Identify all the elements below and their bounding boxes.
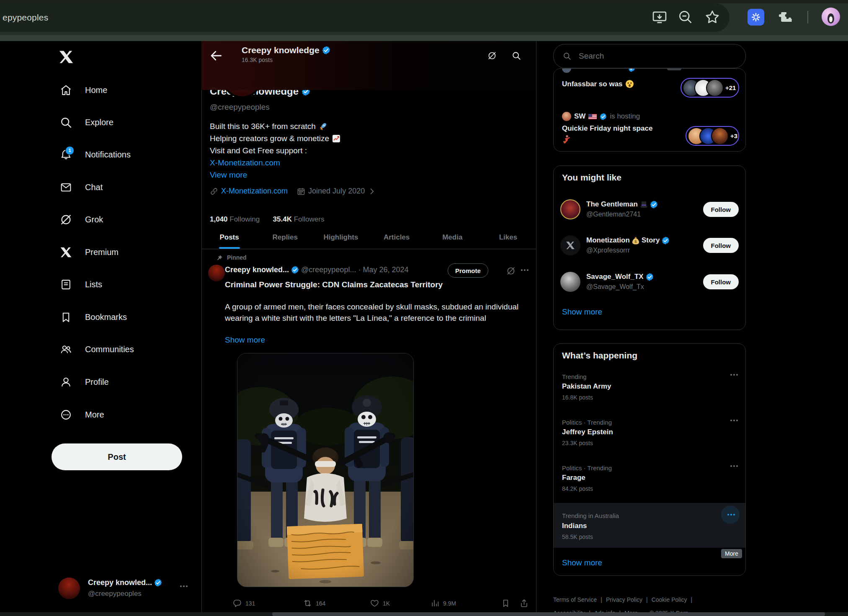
search-bar[interactable] [553, 44, 746, 68]
sidebar-item-bookmarks[interactable]: Bookmarks [50, 306, 127, 328]
address-bar[interactable]: epypeoples [0, 3, 729, 32]
followers-label[interactable]: Followers [294, 215, 325, 223]
bio-line: Helping creators grow & monetize [210, 132, 329, 144]
money-bag-emoji-icon: $ [632, 237, 639, 245]
post-author-handle[interactable]: @creepypeopl... [301, 265, 356, 274]
sidebar-item-grok[interactable]: Grok [50, 208, 103, 231]
space-title[interactable]: Quickie Friday night space [562, 124, 652, 133]
trend-menu-icon[interactable] [729, 465, 738, 467]
sidebar-item-notifications[interactable]: 1 Notifications [50, 143, 131, 166]
space-listeners-pill[interactable]: +3 [686, 126, 739, 146]
repost-button[interactable]: 164 [303, 599, 325, 608]
follow-button[interactable]: Follow [703, 274, 739, 289]
followers-count[interactable]: 35.4K [273, 215, 292, 223]
sidebar-item-premium[interactable]: Premium [50, 241, 119, 263]
post-more-menu-icon[interactable] [520, 269, 528, 271]
post-media-image[interactable] [237, 353, 414, 587]
trend-menu-icon[interactable] [729, 420, 738, 421]
back-button[interactable] [209, 48, 224, 63]
reply-icon [233, 599, 242, 608]
browser-profile-avatar[interactable] [822, 8, 840, 26]
sidebar-item-label: Explore [85, 118, 113, 127]
tab-highlights[interactable]: Highlights [313, 226, 369, 249]
tab-media[interactable]: Media [425, 226, 480, 249]
footer-link-cookies[interactable]: Cookie Policy [652, 596, 687, 603]
trend-menu-icon[interactable] [729, 374, 738, 376]
account-menu-icon[interactable] [179, 585, 188, 587]
sidebar-item-explore[interactable]: Explore [50, 111, 113, 134]
bio-line: Visit and Get Free support : [210, 144, 307, 157]
trend-row[interactable]: Politics · Trending Farage 84.2K posts [554, 464, 745, 502]
sidebar-item-label: Home [85, 85, 107, 95]
views-button[interactable]: 9.9M [430, 599, 456, 608]
post-author-name[interactable]: Creepy knowled... [225, 265, 289, 274]
like-button[interactable]: 1K [370, 599, 390, 608]
suggested-user-row[interactable]: Monetization $ Story @Xprofessorrr Follo… [554, 229, 745, 261]
avatar [560, 235, 580, 255]
bookmark-post-button[interactable] [501, 599, 510, 608]
x-logo[interactable] [59, 49, 74, 64]
penguin-avatar-image [827, 13, 834, 23]
suggested-user-row[interactable]: The Gentleman @Gentleman2741 Follow [554, 193, 745, 225]
sidebar-item-lists[interactable]: Lists [50, 273, 102, 296]
follow-button[interactable]: Follow [703, 202, 739, 217]
extension-starburst-icon[interactable] [747, 9, 764, 26]
verified-badge-icon [291, 266, 299, 274]
footer-link-privacy[interactable]: Privacy Policy [606, 596, 642, 603]
sidebar-item-home[interactable]: Home [50, 79, 107, 101]
trend-category: Politics · Trending [562, 464, 612, 472]
sidebar-item-communities[interactable]: Communities [50, 338, 134, 361]
space-title[interactable]: Unfassbar so was [562, 80, 634, 88]
follow-button[interactable]: Follow [703, 238, 739, 253]
header-search-icon[interactable] [509, 48, 524, 63]
toolbar-separator [807, 11, 808, 23]
trend-name: Jeffrey Epstein [562, 428, 613, 436]
post-grok-icon[interactable] [506, 266, 516, 276]
trend-row[interactable]: Politics · Trending Jeffrey Epstein 23.3… [554, 419, 745, 456]
footer-link-terms[interactable]: Terms of Service [553, 596, 597, 603]
sidebar-item-more[interactable]: More [50, 403, 104, 426]
trend-row-hovered[interactable]: Trending in Australia Indians 58.5K post… [554, 503, 745, 548]
following-count[interactable]: 1,040 [210, 215, 228, 223]
bookmark-icon [60, 311, 72, 323]
post-show-more-link[interactable]: Show more [225, 335, 265, 345]
promote-button[interactable]: Promote [448, 263, 488, 278]
space-listeners-pill[interactable]: +21 [680, 78, 739, 98]
send-to-device-icon[interactable] [652, 9, 668, 25]
search-input[interactable] [578, 51, 737, 61]
scrollbar-thumb[interactable] [272, 612, 825, 616]
post-author-avatar[interactable] [208, 265, 225, 281]
account-switcher[interactable]: Creepy knowled... @creepypeoples [49, 573, 195, 604]
suggested-user-row[interactable]: Savage_Wolf_TX @Savage_Wolf_Tx Follow [554, 266, 745, 298]
view-more-link[interactable]: View more [210, 170, 247, 180]
show-more-link[interactable]: Show more [562, 307, 602, 317]
tab-replies[interactable]: Replies [257, 226, 313, 249]
zoom-out-icon[interactable] [678, 9, 693, 25]
bookmark-star-icon[interactable] [704, 9, 720, 25]
space-host-row[interactable]: SW is hosting [562, 112, 640, 121]
bio-link[interactable]: X-Monetization.com [210, 157, 280, 169]
extensions-puzzle-icon[interactable] [777, 9, 793, 25]
sidebar-item-profile[interactable]: Profile [50, 371, 109, 393]
share-post-button[interactable] [520, 599, 528, 608]
post-date[interactable]: May 26, 2024 [363, 265, 408, 274]
following-label[interactable]: Following [229, 215, 260, 223]
header-grok-icon[interactable] [485, 48, 500, 63]
chevron-right-icon[interactable] [368, 187, 376, 196]
trend-menu-icon-hovered[interactable] [721, 505, 740, 524]
you-might-like-title: You might like [562, 173, 621, 183]
hosting-label: is hosting [610, 112, 640, 121]
tab-posts[interactable]: Posts [201, 226, 257, 249]
listener-avatar [711, 127, 729, 145]
show-more-link[interactable]: Show more [562, 558, 602, 567]
top-hat-emoji-icon [640, 201, 648, 208]
reply-button[interactable]: 131 [233, 599, 255, 608]
tab-articles[interactable]: Articles [369, 226, 425, 249]
sidebar-item-chat[interactable]: Chat [50, 176, 103, 198]
tab-likes[interactable]: Likes [480, 226, 536, 249]
post-button[interactable]: Post [52, 443, 182, 470]
horizontal-scrollbar[interactable] [0, 612, 848, 616]
website-link[interactable]: X-Monetization.com [221, 187, 288, 196]
trend-row[interactable]: Trending Pakistan Army 16.8K posts [554, 373, 745, 411]
space-row-clipped[interactable] [562, 68, 681, 73]
